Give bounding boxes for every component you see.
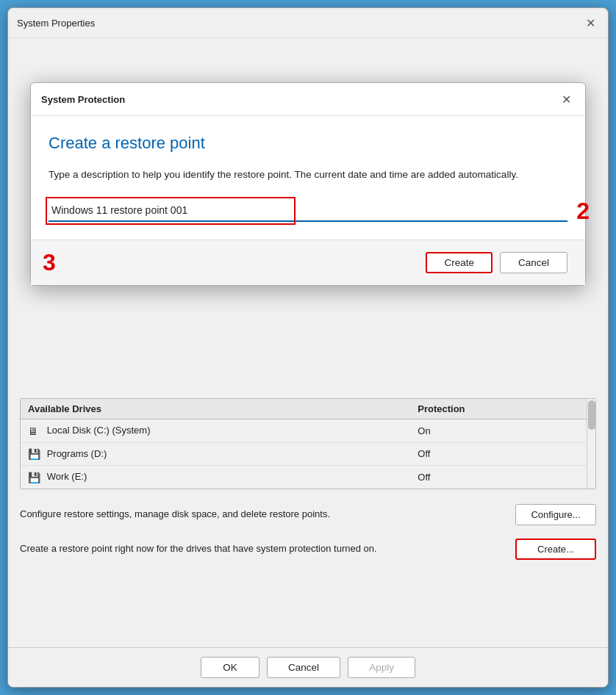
- dialog-heading: Create a restore point: [49, 134, 567, 153]
- create-restore-point-button[interactable]: Create: [426, 252, 493, 273]
- table-row: 💾 Work (E:) Off: [21, 466, 587, 489]
- drive-name-e: 💾 Work (E:): [21, 466, 410, 489]
- drive-label-c: Local Disk (C:) (System): [47, 425, 151, 436]
- system-protection-dialog: System Protection ✕ Create a restore poi…: [30, 82, 586, 286]
- drive-name-d: 💾 Programs (D:): [21, 442, 410, 466]
- drive-icon-d: 💾: [28, 448, 40, 460]
- create-now-button[interactable]: Create...: [515, 539, 596, 560]
- outer-close-button[interactable]: ✕: [581, 14, 599, 32]
- protection-d: Off: [410, 442, 587, 466]
- dialog-description: Type a description to help you identify …: [49, 168, 567, 182]
- inner-dialog-title: System Protection: [41, 94, 125, 105]
- col-available-drives: Available Drives: [21, 399, 410, 419]
- create-section-text: Create a restore point right now for the…: [20, 541, 504, 556]
- configure-section-text: Configure restore settings, manage disk …: [20, 507, 504, 522]
- drive-label-d: Programs (D:): [47, 448, 107, 459]
- step-2-label: 2: [576, 198, 590, 225]
- protection-e: Off: [410, 466, 587, 489]
- table-row: 💾 Programs (D:) Off: [21, 442, 587, 466]
- sys-props-body: Available Drives Protection 🖥 Local Disk…: [8, 398, 608, 573]
- bottom-button-bar: OK Cancel Apply: [8, 647, 608, 687]
- inner-titlebar: System Protection ✕: [31, 83, 585, 116]
- outer-titlebar: System Properties ✕: [8, 8, 608, 38]
- protection-c: On: [410, 419, 587, 443]
- drive-label-e: Work (E:): [47, 471, 87, 482]
- step-3-label: 3: [43, 249, 56, 276]
- dialog-footer: 3 Create Cancel: [31, 240, 585, 285]
- scrollbar-track[interactable]: [587, 399, 595, 489]
- restore-point-description-input[interactable]: [49, 200, 567, 222]
- outer-window-title: System Properties: [17, 18, 95, 29]
- ok-button[interactable]: OK: [201, 657, 259, 678]
- drives-table: Available Drives Protection 🖥 Local Disk…: [21, 399, 587, 489]
- scrollbar-thumb[interactable]: [588, 400, 595, 430]
- inner-close-button[interactable]: ✕: [557, 90, 575, 108]
- drive-icon-e: 💾: [28, 472, 40, 483]
- dialog-cancel-button[interactable]: Cancel: [500, 252, 567, 273]
- restore-input-wrapper: 2: [49, 200, 567, 222]
- col-protection: Protection: [410, 399, 587, 419]
- create-section: Create a restore point right now for the…: [20, 539, 596, 560]
- inner-dialog-body: Create a restore point Type a descriptio…: [31, 116, 585, 222]
- system-properties-window: System Properties ✕ System Protection ✕ …: [7, 7, 609, 688]
- drive-name-c: 🖥 Local Disk (C:) (System): [21, 419, 410, 443]
- configure-button[interactable]: Configure...: [515, 504, 596, 525]
- cancel-button[interactable]: Cancel: [267, 657, 340, 678]
- drive-icon-c: 🖥: [28, 425, 40, 437]
- apply-button[interactable]: Apply: [348, 657, 415, 678]
- drives-table-container: Available Drives Protection 🖥 Local Disk…: [20, 398, 596, 489]
- configure-section: Configure restore settings, manage disk …: [20, 504, 596, 525]
- table-row: 🖥 Local Disk (C:) (System) On: [21, 419, 587, 443]
